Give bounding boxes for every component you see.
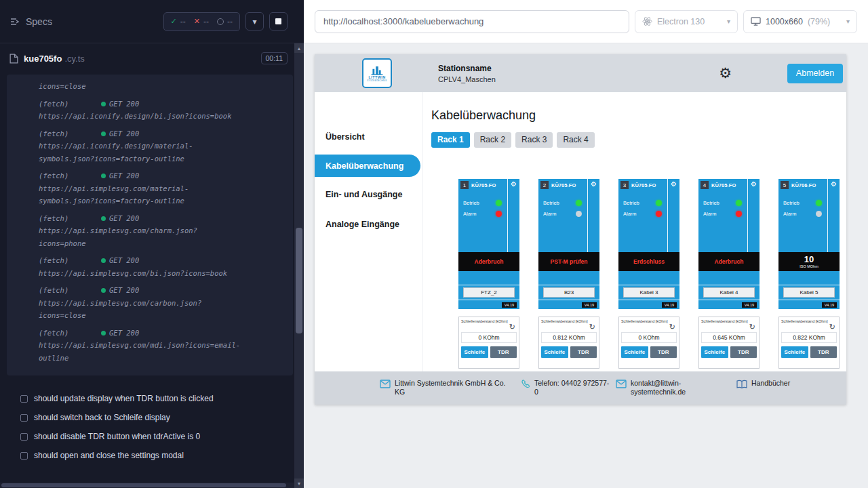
- mail-icon: [380, 380, 391, 388]
- settings-gear-icon[interactable]: ⚙: [719, 66, 732, 81]
- alarm-led: [576, 211, 582, 217]
- test-item[interactable]: should disable TDR button when tdrActive…: [0, 427, 304, 446]
- horizontal-scrollbar-thumb[interactable]: [1, 483, 286, 487]
- measurement-value: 0.822 KOhm: [781, 332, 837, 343]
- fetch-label: (fetch): [39, 327, 101, 340]
- alarm-led: [496, 211, 502, 217]
- test-item[interactable]: should switch back to Schleife display: [0, 408, 304, 427]
- tdr-button[interactable]: TDR: [810, 346, 837, 358]
- device-card: 2 KÜ705-FO Betrieb Alarm ⚙ PST-M prüfen: [538, 179, 599, 369]
- collapse-button[interactable]: ▾: [245, 12, 264, 30]
- fetch-label: (fetch): [39, 169, 101, 182]
- test-state-icon: [20, 395, 28, 403]
- device-model: KÜ705-FO: [551, 182, 576, 188]
- sidebar-item-uebersicht[interactable]: Übersicht: [315, 125, 422, 149]
- vertical-scrollbar[interactable]: ▲ ▼: [294, 43, 304, 488]
- refresh-icon[interactable]: ↻: [829, 323, 835, 331]
- test-list: should update display when TDR button is…: [0, 389, 304, 465]
- schleife-button[interactable]: Schleife: [701, 346, 728, 358]
- station-label: Stationsname: [438, 64, 496, 73]
- vertical-scrollbar-thumb[interactable]: [296, 228, 302, 333]
- schleife-button[interactable]: Schleife: [461, 346, 488, 358]
- refresh-icon[interactable]: ↻: [509, 323, 515, 331]
- device-settings-icon[interactable]: ⚙: [751, 181, 757, 252]
- betrieb-led: [816, 200, 822, 206]
- spec-header[interactable]: kue705fo .cy.ts 00:11: [0, 43, 304, 73]
- success-dot-icon: [101, 102, 106, 106]
- device-settings-icon[interactable]: ⚙: [831, 181, 837, 252]
- log-entry[interactable]: (fetch)GET 200 https://api.simplesvg.com…: [39, 169, 289, 207]
- tab-rack-3[interactable]: Rack 3: [515, 132, 553, 148]
- footer-email: kontakt@littwin-systemtechnik.de: [616, 379, 736, 396]
- refresh-icon[interactable]: ↻: [749, 323, 755, 331]
- scroll-down-arrow[interactable]: ▼: [294, 479, 304, 488]
- device-settings-icon[interactable]: ⚙: [511, 181, 517, 252]
- log-entry[interactable]: (fetch)GET 200 https://api.simplesvg.com…: [39, 284, 289, 322]
- footer-company: Littwin Systemtechnik GmbH & Co. KG: [380, 379, 521, 396]
- url-input[interactable]: [315, 10, 629, 33]
- stop-button[interactable]: [269, 12, 288, 30]
- logout-button[interactable]: Abmelden: [787, 64, 843, 83]
- runner-topbar: Specs ✓-- ✕-- -- ▾: [0, 0, 304, 43]
- http-status: GET 200: [109, 256, 139, 264]
- failed-count: ✕--: [194, 17, 209, 26]
- refresh-icon[interactable]: ↻: [669, 323, 675, 331]
- fetch-label: (fetch): [39, 127, 101, 140]
- status-display: Erdschluss: [618, 252, 679, 271]
- log-entry[interactable]: icons=close: [39, 80, 289, 93]
- browser-name: Electron 130: [657, 17, 705, 26]
- browser-select[interactable]: Electron 130 ▾: [635, 10, 738, 33]
- log-entry[interactable]: (fetch)GET 200 https://api.iconify.desig…: [39, 98, 289, 123]
- tdr-button[interactable]: TDR: [490, 346, 517, 358]
- tdr-button[interactable]: TDR: [570, 346, 597, 358]
- status-display: Aderbruch: [698, 252, 760, 271]
- sidebar-item-kabelueberwachung[interactable]: Kabelüberwachung: [315, 155, 420, 177]
- test-item[interactable]: should update display when TDR button is…: [0, 389, 304, 408]
- tdr-button[interactable]: TDR: [650, 346, 677, 358]
- device-front: 1 KÜ705-FO Betrieb Alarm ⚙ Aderbruch: [458, 179, 519, 309]
- tab-rack-1[interactable]: Rack 1: [431, 132, 470, 148]
- test-state-icon: [20, 433, 28, 441]
- test-item[interactable]: should open and close the settings modal: [0, 446, 304, 465]
- specs-menu[interactable]: Specs: [9, 16, 52, 27]
- spec-name: kue705fo: [24, 54, 62, 64]
- log-entry[interactable]: (fetch)GET 200 https://api.simplesvg.com…: [39, 254, 289, 279]
- cable-name: FTZ_2: [463, 287, 515, 298]
- measurement-value: 0 KOhm: [621, 332, 677, 343]
- device-settings-icon[interactable]: ⚙: [591, 181, 597, 252]
- page-title: Kabelüberwachung: [431, 108, 846, 123]
- schleife-button[interactable]: Schleife: [621, 346, 648, 358]
- refresh-icon[interactable]: ↻: [589, 323, 595, 331]
- preview-toolbar: Electron 130 ▾ 1000x660 (79%) ▾: [304, 0, 868, 43]
- chevron-down-icon: ▾: [252, 18, 256, 26]
- sidebar-item-ein-ausgaenge[interactable]: Ein- und Ausgänge: [315, 182, 422, 207]
- sidebar-item-analoge-eingaenge[interactable]: Analoge Eingänge: [315, 212, 422, 237]
- log-entry[interactable]: (fetch)GET 200 https://api.simplesvg.com…: [39, 327, 289, 365]
- littwin-logo-icon: [370, 65, 384, 75]
- spec-file-icon: [9, 54, 18, 64]
- success-dot-icon: [101, 174, 106, 178]
- horizontal-scrollbar[interactable]: [0, 483, 294, 488]
- command-log: icons=close (fetch)GET 200 https://api.i…: [7, 75, 293, 375]
- specs-menu-icon: [9, 16, 20, 27]
- log-entry[interactable]: (fetch)GET 200 https://api.simplesvg.com…: [39, 212, 289, 250]
- check-icon: ✓: [171, 18, 177, 25]
- sidebar: Übersicht Kabelüberwachung Ein- und Ausg…: [315, 92, 423, 371]
- http-status: GET 200: [109, 329, 139, 337]
- tdr-button[interactable]: TDR: [730, 346, 757, 358]
- tab-rack-4[interactable]: Rack 4: [557, 132, 594, 148]
- device-settings-icon[interactable]: ⚙: [671, 181, 677, 252]
- pending-circle-icon: [217, 18, 224, 25]
- viewport-select[interactable]: 1000x660 (79%) ▾: [743, 10, 857, 33]
- tab-rack-2[interactable]: Rack 2: [474, 132, 511, 148]
- schleife-button[interactable]: Schleife: [781, 346, 808, 358]
- test-state-icon: [20, 414, 28, 422]
- schleife-button[interactable]: Schleife: [541, 346, 568, 358]
- scroll-up-arrow[interactable]: ▲: [294, 43, 304, 53]
- device-front: 3 KÜ705-FO Betrieb Alarm ⚙ Erdschluss: [618, 179, 679, 309]
- chevron-down-icon: ▾: [846, 18, 850, 25]
- log-entry[interactable]: (fetch)GET 200 https://api.iconify.desig…: [39, 127, 289, 165]
- cable-name: Kabel 3: [623, 287, 675, 298]
- firmware-version: V4.19: [502, 302, 517, 308]
- device-model: KÜ706-FO: [791, 182, 816, 188]
